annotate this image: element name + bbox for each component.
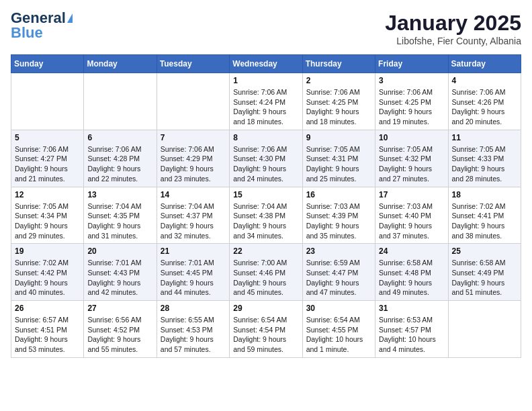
day-number: 2 xyxy=(306,76,371,85)
calendar-week-row: 26Sunrise: 6:57 AMSunset: 4:51 PMDayligh… xyxy=(11,301,521,358)
day-info: Sunrise: 7:05 AMSunset: 4:33 PMDaylight:… xyxy=(452,144,517,184)
cell-content: 25Sunrise: 6:58 AMSunset: 4:49 PMDayligh… xyxy=(452,246,517,298)
calendar-cell: 15Sunrise: 7:04 AMSunset: 4:38 PMDayligh… xyxy=(230,187,302,244)
day-info: Sunrise: 6:58 AMSunset: 4:48 PMDaylight:… xyxy=(379,258,444,298)
day-info: Sunrise: 7:05 AMSunset: 4:32 PMDaylight:… xyxy=(379,144,444,184)
day-number: 14 xyxy=(161,190,226,199)
day-info: Sunrise: 7:05 AMSunset: 4:34 PMDaylight:… xyxy=(15,201,80,241)
day-info: Sunrise: 7:06 AMSunset: 4:28 PMDaylight:… xyxy=(87,144,152,184)
cell-content: 14Sunrise: 7:04 AMSunset: 4:37 PMDayligh… xyxy=(161,190,226,241)
day-info: Sunrise: 7:06 AMSunset: 4:30 PMDaylight:… xyxy=(233,144,298,184)
calendar-week-row: 19Sunrise: 7:02 AMSunset: 4:42 PMDayligh… xyxy=(11,244,521,301)
calendar-cell: 14Sunrise: 7:04 AMSunset: 4:37 PMDayligh… xyxy=(157,187,229,244)
day-number: 16 xyxy=(306,190,371,199)
day-info: Sunrise: 6:55 AMSunset: 4:53 PMDaylight:… xyxy=(161,315,226,355)
cell-content: 4Sunrise: 7:06 AMSunset: 4:26 PMDaylight… xyxy=(452,76,517,127)
calendar-cell xyxy=(11,73,84,130)
calendar-title: January 2025 xyxy=(385,11,521,36)
calendar-week-row: 12Sunrise: 7:05 AMSunset: 4:34 PMDayligh… xyxy=(11,187,521,244)
calendar-cell: 27Sunrise: 6:56 AMSunset: 4:52 PMDayligh… xyxy=(84,301,157,358)
cell-content: 24Sunrise: 6:58 AMSunset: 4:48 PMDayligh… xyxy=(379,246,444,298)
calendar-cell: 31Sunrise: 6:53 AMSunset: 4:57 PMDayligh… xyxy=(375,301,448,358)
calendar-cell: 8Sunrise: 7:06 AMSunset: 4:30 PMDaylight… xyxy=(230,130,302,187)
cell-content: 21Sunrise: 7:01 AMSunset: 4:45 PMDayligh… xyxy=(161,246,226,298)
cell-content: 17Sunrise: 7:03 AMSunset: 4:40 PMDayligh… xyxy=(379,190,444,241)
calendar-cell: 2Sunrise: 7:06 AMSunset: 4:25 PMDaylight… xyxy=(302,73,375,130)
day-info: Sunrise: 7:04 AMSunset: 4:38 PMDaylight:… xyxy=(233,201,298,241)
weekday-header-saturday: Saturday xyxy=(448,55,521,73)
day-number: 23 xyxy=(306,246,371,256)
day-number: 13 xyxy=(87,190,152,199)
cell-content: 1Sunrise: 7:06 AMSunset: 4:24 PMDaylight… xyxy=(233,76,298,127)
calendar-cell: 28Sunrise: 6:55 AMSunset: 4:53 PMDayligh… xyxy=(157,301,229,358)
cell-content: 5Sunrise: 7:06 AMSunset: 4:27 PMDaylight… xyxy=(15,133,80,184)
cell-content: 7Sunrise: 7:06 AMSunset: 4:29 PMDaylight… xyxy=(161,133,226,184)
day-number: 29 xyxy=(233,304,298,313)
weekday-header-monday: Monday xyxy=(84,55,157,73)
day-number: 27 xyxy=(87,304,152,313)
cell-content: 3Sunrise: 7:06 AMSunset: 4:25 PMDaylight… xyxy=(379,76,444,127)
day-info: Sunrise: 6:58 AMSunset: 4:49 PMDaylight:… xyxy=(452,258,517,298)
cell-content: 20Sunrise: 7:01 AMSunset: 4:43 PMDayligh… xyxy=(87,246,152,298)
calendar-table: SundayMondayTuesdayWednesdayThursdayFrid… xyxy=(11,54,521,358)
calendar-cell: 1Sunrise: 7:06 AMSunset: 4:24 PMDaylight… xyxy=(230,73,302,130)
day-number: 21 xyxy=(161,246,226,256)
day-number: 28 xyxy=(161,304,226,313)
day-info: Sunrise: 7:02 AMSunset: 4:41 PMDaylight:… xyxy=(452,201,517,241)
cell-content: 6Sunrise: 7:06 AMSunset: 4:28 PMDaylight… xyxy=(87,133,152,184)
calendar-cell: 4Sunrise: 7:06 AMSunset: 4:26 PMDaylight… xyxy=(448,73,521,130)
day-info: Sunrise: 7:02 AMSunset: 4:42 PMDaylight:… xyxy=(15,258,80,298)
cell-content: 22Sunrise: 7:00 AMSunset: 4:46 PMDayligh… xyxy=(233,246,298,298)
calendar-cell: 22Sunrise: 7:00 AMSunset: 4:46 PMDayligh… xyxy=(230,244,302,301)
calendar-cell: 21Sunrise: 7:01 AMSunset: 4:45 PMDayligh… xyxy=(157,244,229,301)
day-info: Sunrise: 7:04 AMSunset: 4:37 PMDaylight:… xyxy=(161,201,226,241)
calendar-cell: 23Sunrise: 6:59 AMSunset: 4:47 PMDayligh… xyxy=(302,244,375,301)
day-number: 6 xyxy=(87,133,152,142)
day-info: Sunrise: 6:56 AMSunset: 4:52 PMDaylight:… xyxy=(87,315,152,355)
calendar-cell: 12Sunrise: 7:05 AMSunset: 4:34 PMDayligh… xyxy=(11,187,84,244)
day-info: Sunrise: 7:04 AMSunset: 4:35 PMDaylight:… xyxy=(87,201,152,241)
day-number: 24 xyxy=(379,246,444,256)
day-number: 17 xyxy=(379,190,444,199)
cell-content: 9Sunrise: 7:05 AMSunset: 4:31 PMDaylight… xyxy=(306,133,371,184)
calendar-cell: 6Sunrise: 7:06 AMSunset: 4:28 PMDaylight… xyxy=(84,130,157,187)
cell-content: 30Sunrise: 6:54 AMSunset: 4:55 PMDayligh… xyxy=(306,304,371,355)
cell-content: 23Sunrise: 6:59 AMSunset: 4:47 PMDayligh… xyxy=(306,246,371,298)
calendar-week-row: 5Sunrise: 7:06 AMSunset: 4:27 PMDaylight… xyxy=(11,130,521,187)
calendar-cell: 16Sunrise: 7:03 AMSunset: 4:39 PMDayligh… xyxy=(302,187,375,244)
weekday-header-tuesday: Tuesday xyxy=(157,55,229,73)
calendar-cell xyxy=(84,73,157,130)
day-number: 11 xyxy=(452,133,517,142)
calendar-cell: 11Sunrise: 7:05 AMSunset: 4:33 PMDayligh… xyxy=(448,130,521,187)
cell-content: 28Sunrise: 6:55 AMSunset: 4:53 PMDayligh… xyxy=(161,304,226,355)
day-info: Sunrise: 6:57 AMSunset: 4:51 PMDaylight:… xyxy=(15,315,80,355)
day-number: 22 xyxy=(233,246,298,256)
calendar-cell: 19Sunrise: 7:02 AMSunset: 4:42 PMDayligh… xyxy=(11,244,84,301)
day-info: Sunrise: 7:03 AMSunset: 4:40 PMDaylight:… xyxy=(379,201,444,241)
logo-text-general: General xyxy=(11,11,66,26)
calendar-cell: 13Sunrise: 7:04 AMSunset: 4:35 PMDayligh… xyxy=(84,187,157,244)
day-info: Sunrise: 7:00 AMSunset: 4:46 PMDaylight:… xyxy=(233,258,298,298)
calendar-cell: 18Sunrise: 7:02 AMSunset: 4:41 PMDayligh… xyxy=(448,187,521,244)
calendar-week-row: 1Sunrise: 7:06 AMSunset: 4:24 PMDaylight… xyxy=(11,73,521,130)
weekday-header-sunday: Sunday xyxy=(11,55,84,73)
cell-content: 8Sunrise: 7:06 AMSunset: 4:30 PMDaylight… xyxy=(233,133,298,184)
calendar-cell: 3Sunrise: 7:06 AMSunset: 4:25 PMDaylight… xyxy=(375,73,448,130)
cell-content: 19Sunrise: 7:02 AMSunset: 4:42 PMDayligh… xyxy=(15,246,80,298)
cell-content: 2Sunrise: 7:06 AMSunset: 4:25 PMDaylight… xyxy=(306,76,371,127)
day-number: 25 xyxy=(452,246,517,256)
day-info: Sunrise: 7:01 AMSunset: 4:45 PMDaylight:… xyxy=(161,258,226,298)
day-number: 3 xyxy=(379,76,444,85)
day-info: Sunrise: 6:54 AMSunset: 4:54 PMDaylight:… xyxy=(233,315,298,355)
day-number: 30 xyxy=(306,304,371,313)
calendar-subtitle: Libofshe, Fier County, Albania xyxy=(385,36,521,46)
calendar-cell: 29Sunrise: 6:54 AMSunset: 4:54 PMDayligh… xyxy=(230,301,302,358)
weekday-header-thursday: Thursday xyxy=(302,55,375,73)
day-number: 31 xyxy=(379,304,444,313)
day-number: 4 xyxy=(452,76,517,85)
day-info: Sunrise: 7:06 AMSunset: 4:24 PMDaylight:… xyxy=(233,87,298,127)
day-number: 1 xyxy=(233,76,298,85)
cell-content: 16Sunrise: 7:03 AMSunset: 4:39 PMDayligh… xyxy=(306,190,371,241)
day-number: 12 xyxy=(15,190,80,199)
day-number: 18 xyxy=(452,190,517,199)
